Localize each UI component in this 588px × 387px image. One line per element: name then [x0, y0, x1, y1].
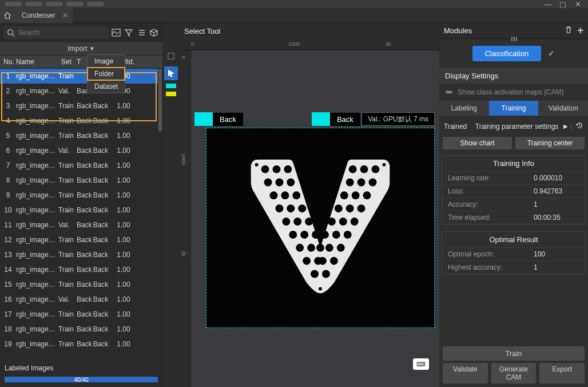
- svg-point-36: [312, 231, 320, 239]
- cell-set: Train: [56, 251, 77, 259]
- show-chart-button[interactable]: Show chart: [443, 137, 512, 149]
- cell-no: 14: [0, 266, 16, 274]
- title-bar: — ▢ ✕: [0, 0, 588, 8]
- image-grid-icon[interactable]: [111, 27, 121, 38]
- table-row[interactable]: 3rgb_image…TrainBackBack1.00: [0, 98, 162, 113]
- svg-point-15: [369, 178, 377, 186]
- filter-icon[interactable]: [124, 27, 134, 38]
- table-row[interactable]: 19rgb_image…TrainBackBack1.00: [0, 337, 162, 352]
- cell-no: 18: [0, 325, 16, 333]
- tab-training[interactable]: Training: [489, 101, 539, 116]
- training-center-button[interactable]: Training center: [515, 137, 585, 149]
- box-icon[interactable]: [149, 27, 159, 38]
- cell-name: rgb_image…: [16, 295, 56, 303]
- table-row[interactable]: 18rgb_image…TrainBackBack1.00: [0, 322, 162, 337]
- info-value: 00:00:35: [534, 214, 579, 222]
- info-row: Time elapsed:00:00:35: [442, 211, 585, 224]
- right-panel: Modules + Classification ✓ Display Setti…: [439, 23, 588, 387]
- table-row[interactable]: 16rgb_image…Val.BackBack1.00: [0, 292, 162, 307]
- validate-button[interactable]: Validate: [443, 363, 488, 384]
- cam-row[interactable]: Show class activation maps (CAM): [439, 84, 588, 101]
- tab-condenser[interactable]: Condenser ✕: [15, 8, 73, 23]
- close-button[interactable]: ✕: [573, 0, 582, 9]
- drag-handle-icon[interactable]: [514, 37, 515, 41]
- table-row[interactable]: 9rgb_image…TrainBackBack1.00: [0, 188, 162, 203]
- table-row[interactable]: 14rgb_image…TrainBackBack1.00: [0, 262, 162, 277]
- table-row[interactable]: 4rgb_image…TrainBackBack1.00: [0, 113, 162, 128]
- info-key: Highest accuracy:: [448, 263, 534, 271]
- canvas-header: Select Tool: [180, 23, 439, 39]
- tab-close-icon[interactable]: ✕: [62, 11, 68, 19]
- canvas-view[interactable]: Back Back Val.: GPU默认 7 ms: [191, 50, 439, 387]
- labeled-progress: 40/40: [5, 377, 158, 382]
- table-row[interactable]: 7rgb_image…TrainBackBack1.00: [0, 158, 162, 173]
- table-row[interactable]: 11rgb_image…Val.BackBack1.00: [0, 218, 162, 232]
- export-button[interactable]: Export: [539, 363, 585, 384]
- label-chip-back-1[interactable]: Back: [194, 112, 243, 126]
- param-settings-link[interactable]: Training parameter settings: [472, 123, 561, 131]
- chip-label: Back: [330, 113, 360, 126]
- cell-tag: Back: [77, 325, 90, 333]
- generate-cam-button[interactable]: Generate CAM: [491, 363, 537, 384]
- import-button[interactable]: Import ▼ Image Folder Dataset: [0, 42, 162, 55]
- select-tool-button[interactable]: [164, 49, 178, 63]
- svg-point-45: [303, 257, 311, 265]
- cell-name: rgb_image…: [16, 72, 56, 80]
- label-chip-back-2[interactable]: Back: [312, 112, 360, 126]
- table-row[interactable]: 8rgb_image…TrainBackBack1.00: [0, 173, 162, 188]
- keyboard-icon[interactable]: ⌨: [413, 358, 429, 370]
- trash-icon[interactable]: [565, 26, 573, 35]
- col-set[interactable]: Set: [56, 58, 77, 66]
- labeled-images-label: Labeled Images: [0, 362, 162, 374]
- tab-labeling[interactable]: Labeling: [439, 101, 489, 116]
- cell-conf: 1.00: [111, 221, 136, 229]
- search-input[interactable]: [18, 29, 105, 37]
- svg-point-30: [305, 218, 313, 226]
- history-icon[interactable]: [575, 121, 583, 131]
- table-row[interactable]: 17rgb_image…TrainBackBack1.00: [0, 307, 162, 322]
- home-button[interactable]: [0, 8, 15, 23]
- cursor-tool-button[interactable]: [164, 66, 178, 80]
- tab-validation[interactable]: Validation: [538, 101, 588, 116]
- progress-text: 40/40: [5, 377, 158, 382]
- import-menu-folder[interactable]: Folder: [88, 68, 125, 80]
- col-no[interactable]: No.: [0, 58, 16, 66]
- info-row: Accuracy:1: [442, 198, 585, 211]
- info-key: Loss:: [448, 187, 534, 195]
- cell-name: rgb_image…: [16, 117, 56, 125]
- import-menu-image[interactable]: Image: [88, 55, 125, 68]
- svg-point-28: [282, 218, 290, 226]
- scrollbar-track[interactable]: [158, 69, 162, 362]
- svg-point-37: [321, 231, 329, 239]
- svg-point-6: [284, 165, 292, 173]
- table-row[interactable]: 10rgb_image…TrainBackBack1.00: [0, 203, 162, 218]
- add-icon[interactable]: +: [577, 25, 583, 37]
- check-icon[interactable]: ✓: [548, 49, 555, 58]
- import-menu-dataset[interactable]: Dataset: [88, 80, 125, 93]
- table-row[interactable]: 1rgb_image…TrainBack1.00: [0, 69, 162, 84]
- cell-pred: Back: [90, 132, 111, 140]
- color-cyan[interactable]: [166, 84, 176, 88]
- svg-point-34: [289, 231, 297, 239]
- table-row[interactable]: 5rgb_image…TrainBackBack1.00: [0, 128, 162, 143]
- table-row[interactable]: 13rgb_image…TrainBackBack1.00: [0, 247, 162, 262]
- train-button[interactable]: Train: [443, 346, 585, 361]
- search-box[interactable]: [3, 26, 109, 39]
- image-display[interactable]: [206, 128, 435, 328]
- table-row[interactable]: 2rgb_image…Val.BackBack1.00: [0, 84, 162, 98]
- cell-no: 8: [0, 176, 16, 184]
- cell-name: rgb_image…: [16, 132, 56, 140]
- classification-button[interactable]: Classification: [472, 46, 542, 61]
- list-icon[interactable]: [136, 27, 146, 38]
- table-row[interactable]: 6rgb_image…Val.BackBack1.00: [0, 143, 162, 158]
- cell-set: Val.: [56, 221, 77, 229]
- minimize-button[interactable]: —: [543, 0, 553, 9]
- table-row[interactable]: 12rgb_image…TrainBackBack1.00: [0, 232, 162, 247]
- maximize-button[interactable]: ▢: [558, 0, 567, 9]
- cell-pred: Back: [90, 191, 111, 199]
- cell-set: Val.: [56, 87, 77, 95]
- color-yellow[interactable]: [166, 92, 176, 96]
- col-name[interactable]: Name: [16, 58, 56, 66]
- scrollbar-thumb[interactable]: [158, 69, 162, 132]
- table-row[interactable]: 15rgb_image…TrainBackBack1.00: [0, 277, 162, 292]
